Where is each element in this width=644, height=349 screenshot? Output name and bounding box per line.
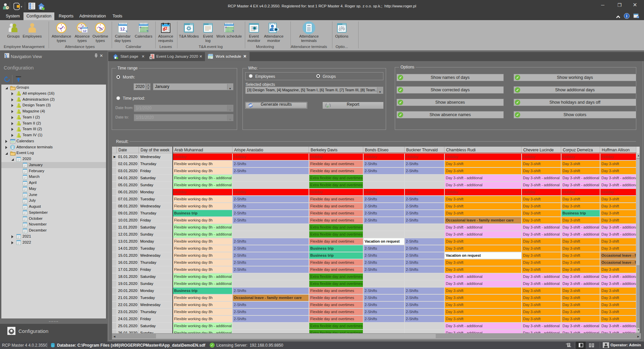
svg-text:12: 12: [120, 27, 125, 32]
